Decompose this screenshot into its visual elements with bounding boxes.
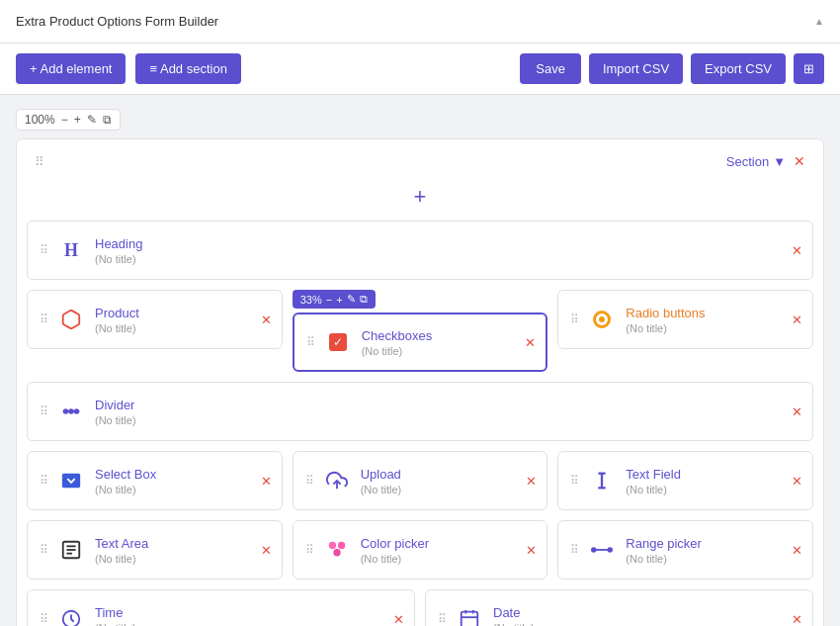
- mini-copy-icon[interactable]: ⧉: [360, 293, 368, 306]
- colorpicker-element: ⠿ Color picker (No title) ✕: [293, 520, 548, 580]
- rangepicker-name: Range picker: [626, 536, 800, 551]
- add-element-button[interactable]: + Add element: [16, 53, 126, 84]
- upload-name: Upload: [361, 467, 536, 482]
- svg-point-18: [609, 548, 613, 552]
- textarea-element: ⠿ Text Area (No title) ✕: [27, 520, 283, 580]
- toolbar: + Add element ≡ Add section Save Import …: [0, 44, 840, 95]
- radio-subtitle: (No title): [626, 322, 800, 334]
- radio-drag-handle[interactable]: ⠿: [570, 313, 578, 326]
- textarea-close-button[interactable]: ✕: [261, 543, 272, 558]
- zoom-bar: 100% − + ✎ ⧉: [16, 109, 121, 131]
- divider-subtitle: (No title): [95, 414, 800, 426]
- zoom-plus[interactable]: +: [74, 113, 81, 127]
- checkboxes-col: 33% − + ✎ ⧉ ⠿ ✓ Checkboxes (No title) ✕: [293, 290, 548, 372]
- zoom-level: 100%: [25, 113, 55, 127]
- zoom-minus[interactable]: −: [61, 113, 68, 127]
- heading-icon: H: [57, 236, 85, 264]
- export-csv-button[interactable]: Export CSV: [691, 53, 786, 84]
- time-close-button[interactable]: ✕: [393, 612, 404, 627]
- time-icon: [57, 605, 85, 626]
- rangepicker-icon: [588, 536, 616, 564]
- heading-element: ⠿ H Heading (No title) ✕: [27, 221, 813, 280]
- textarea-icon: [57, 536, 85, 564]
- time-name: Time: [95, 605, 402, 620]
- zoom-edit-icon[interactable]: ✎: [87, 113, 97, 127]
- time-drag-handle[interactable]: ⠿: [40, 612, 47, 626]
- selectbox-subtitle: (No title): [95, 484, 270, 495]
- section-wrapper: ⠿ Section ▼ ✕ + ⠿ H Heading (N: [16, 138, 824, 626]
- colorpicker-icon: [323, 536, 351, 564]
- canvas-area: 100% − + ✎ ⧉ ⠿ Section ▼ ✕ + ⠿: [0, 95, 840, 626]
- heading-name: Heading: [95, 236, 800, 251]
- section-drag-handle[interactable]: ⠿: [35, 154, 43, 169]
- product-element: ⠿ Product (No title) ✕: [27, 290, 283, 349]
- import-csv-button[interactable]: Import CSV: [589, 53, 683, 84]
- rangepicker-subtitle: (No title): [626, 553, 800, 565]
- save-button[interactable]: Save: [520, 53, 581, 84]
- checkboxes-element: ⠿ ✓ Checkboxes (No title) ✕: [293, 313, 548, 372]
- rangepicker-element: ⠿ Range picker (No title) ✕: [557, 520, 813, 580]
- heading-drag-handle[interactable]: ⠿: [40, 243, 47, 257]
- colorpicker-close-button[interactable]: ✕: [526, 543, 537, 558]
- date-close-button[interactable]: ✕: [792, 612, 802, 627]
- add-section-button[interactable]: ≡ Add section: [135, 53, 240, 84]
- textarea-drag-handle[interactable]: ⠿: [40, 543, 47, 557]
- add-plus-button[interactable]: +: [404, 181, 436, 213]
- radio-name: Radio buttons: [626, 306, 800, 320]
- mini-edit-icon[interactable]: ✎: [347, 293, 356, 306]
- top-arrow: ▲: [814, 16, 824, 27]
- time-subtitle: (No title): [95, 622, 402, 627]
- upload-drag-handle[interactable]: ⠿: [305, 474, 313, 488]
- product-icon: [57, 306, 85, 333]
- divider-icon: [57, 398, 85, 425]
- radio-close-button[interactable]: ✕: [792, 313, 802, 327]
- date-element: ⠿ Date (No title) ✕: [425, 589, 813, 626]
- upload-icon: [323, 467, 351, 494]
- section-dropdown[interactable]: Section ▼: [726, 154, 786, 169]
- checkboxes-close-button[interactable]: ✕: [525, 335, 536, 350]
- divider-name: Divider: [95, 398, 800, 412]
- textfield-close-button[interactable]: ✕: [792, 474, 802, 489]
- svg-rect-4: [62, 474, 80, 489]
- selectbox-close-button[interactable]: ✕: [261, 474, 272, 489]
- mini-plus[interactable]: +: [336, 294, 342, 306]
- section-label: Section: [726, 154, 769, 169]
- selectbox-drag-handle[interactable]: ⠿: [40, 474, 47, 488]
- checkboxes-drag-handle[interactable]: ⠿: [306, 335, 314, 349]
- divider-element: ⠿ Divider (No title) ✕: [27, 382, 813, 441]
- product-close-button[interactable]: ✕: [261, 313, 272, 327]
- radio-element: ⠿ Radio buttons (No title) ✕: [557, 290, 813, 349]
- top-bar: Extra Product Options Form Builder ▲: [0, 0, 840, 44]
- app-title: Extra Product Options Form Builder: [16, 14, 218, 29]
- product-drag-handle[interactable]: ⠿: [40, 313, 47, 326]
- textfield-subtitle: (No title): [626, 484, 800, 495]
- section-header: ⠿ Section ▼ ✕: [27, 149, 813, 173]
- upload-element: ⠿ Upload (No title) ✕: [293, 451, 548, 510]
- upload-close-button[interactable]: ✕: [526, 474, 537, 489]
- mini-minus[interactable]: −: [326, 294, 332, 306]
- heading-close-button[interactable]: ✕: [792, 243, 802, 258]
- date-name: Date: [493, 605, 800, 620]
- svg-point-17: [592, 548, 596, 552]
- section-chevron-icon: ▼: [773, 154, 786, 169]
- colorpicker-subtitle: (No title): [361, 553, 536, 565]
- divider-drag-handle[interactable]: ⠿: [40, 404, 47, 418]
- date-subtitle: (No title): [493, 622, 800, 627]
- date-drag-handle[interactable]: ⠿: [438, 612, 446, 626]
- textfield-drag-handle[interactable]: ⠿: [570, 474, 578, 488]
- textfield-icon: [588, 467, 616, 494]
- radio-icon: [588, 306, 616, 333]
- svg-point-13: [328, 542, 335, 549]
- heading-subtitle: (No title): [95, 253, 800, 265]
- textfield-element: ⠿ Text Field (No title) ✕: [557, 451, 813, 510]
- grid-button[interactable]: ⊞: [794, 53, 824, 84]
- rangepicker-drag-handle[interactable]: ⠿: [570, 543, 578, 557]
- rangepicker-close-button[interactable]: ✕: [792, 543, 802, 558]
- checkboxes-icon: ✓: [324, 328, 352, 356]
- zoom-copy-icon[interactable]: ⧉: [103, 113, 112, 127]
- divider-close-button[interactable]: ✕: [792, 404, 802, 419]
- colorpicker-drag-handle[interactable]: ⠿: [305, 543, 313, 557]
- svg-point-1: [64, 409, 68, 413]
- svg-point-3: [75, 409, 79, 413]
- section-close-button[interactable]: ✕: [794, 153, 805, 169]
